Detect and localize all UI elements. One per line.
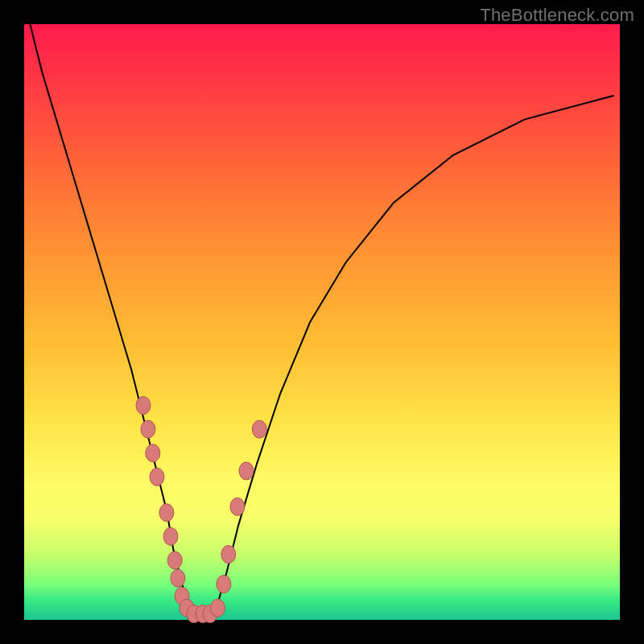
data-bead [136,397,151,415]
data-bead [221,546,236,564]
data-bead [239,462,254,480]
data-bead [146,444,160,462]
data-bead [167,551,182,569]
curve-right-branch [215,96,614,614]
data-bead [230,497,245,515]
data-bead [150,468,164,485]
data-beads-group [136,397,266,623]
chart-plot-area [24,24,620,620]
watermark-text: TheBottleneck.com [480,5,634,26]
data-bead [211,599,225,617]
data-bead [141,420,155,438]
data-bead [252,420,266,438]
curve-left-branch [30,24,191,614]
data-bead [163,527,178,545]
data-bead [171,569,185,587]
data-bead [159,504,174,522]
data-bead [217,576,231,593]
chart-svg [24,24,620,620]
